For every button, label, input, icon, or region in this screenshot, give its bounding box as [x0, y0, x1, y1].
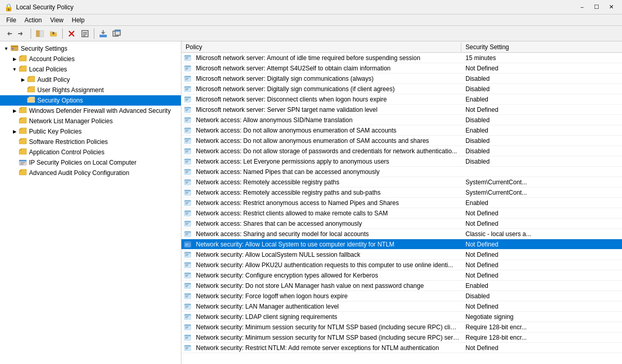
tree-item-network-list[interactable]: ▶ Network List Manager Policies — [0, 116, 181, 126]
forward-icon — [18, 30, 26, 38]
policy-icon — [181, 106, 194, 113]
table-body[interactable]: Microsoft network server: Amount of idle… — [181, 53, 622, 364]
close-button[interactable]: ✕ — [604, 2, 618, 12]
tree-item-app-control[interactable]: ▶ Application Control Policies — [0, 147, 181, 157]
policy-name: Network access: Remotely accessible regi… — [194, 188, 461, 197]
tree-panel[interactable]: ▼ Security Settings ▶ Account Policies ▼… — [0, 41, 181, 364]
expand-audit-policy[interactable]: ▶ — [19, 76, 27, 84]
table-row[interactable]: Microsoft network server: Amount of idle… — [181, 53, 622, 63]
back-button[interactable] — [2, 27, 15, 40]
table-row[interactable]: Network security: Allow LocalSystem NULL… — [181, 250, 622, 260]
policy-setting: Enabled — [461, 198, 622, 208]
table-row[interactable]: Network access: Let Everyone permissions… — [181, 156, 622, 167]
policy-icon — [181, 344, 194, 352]
svg-rect-95 — [186, 245, 188, 245]
svg-rect-47 — [186, 121, 188, 121]
column-header-setting[interactable]: Security Setting — [461, 42, 622, 52]
table-row[interactable]: Network access: Do not allow anonymous e… — [181, 125, 622, 136]
up-level-button[interactable] — [47, 27, 60, 40]
tree-item-security-settings[interactable]: ▼ Security Settings — [0, 43, 181, 54]
policy-setting: Not Defined — [461, 343, 622, 353]
tree-label-ip-security: IP Security Policies on Local Computer — [29, 159, 136, 166]
svg-rect-30 — [186, 78, 189, 79]
svg-rect-62 — [186, 161, 189, 162]
tree-item-windows-defender[interactable]: ▶ Windows Defender Firewall with Advance… — [0, 106, 181, 116]
expand-local-policies[interactable]: ▼ — [10, 65, 19, 74]
column-header-policy[interactable]: Policy — [181, 42, 461, 52]
table-row[interactable]: Network access: Do not allow anonymous e… — [181, 136, 622, 146]
tree-label-app-control: Application Control Policies — [29, 149, 104, 156]
new-window-button[interactable] — [110, 27, 123, 40]
svg-rect-94 — [186, 244, 189, 244]
table-row[interactable]: Network access: Named Pipes that can be … — [181, 167, 622, 177]
table-row[interactable]: Network security: Force logoff when logo… — [181, 291, 622, 301]
table-row[interactable]: Network access: Sharing and security mod… — [181, 229, 622, 239]
show-hide-button[interactable] — [34, 27, 46, 40]
tree-item-user-rights[interactable]: ▶ User Rights Assignment — [0, 85, 181, 95]
svg-rect-121 — [185, 314, 191, 315]
table-row[interactable]: Microsoft network server: Disconnect cli… — [181, 94, 622, 105]
tree-label-security-settings: Security Settings — [21, 45, 67, 52]
table-row[interactable]: Microsoft network server: Digitally sign… — [181, 74, 622, 84]
svg-rect-77 — [185, 200, 191, 201]
expand-windows-defender[interactable]: ▶ — [10, 107, 19, 115]
menu-view[interactable]: View — [46, 16, 68, 25]
minimize-button[interactable]: − — [575, 2, 589, 12]
table-row[interactable]: Microsoft network server: Attempt S4U2Se… — [181, 63, 622, 74]
policy-icon — [181, 293, 194, 300]
table-row[interactable]: Network security: Restrict NTLM: Add rem… — [181, 343, 622, 353]
table-row[interactable]: Network access: Restrict clients allowed… — [181, 208, 622, 219]
policy-setting: Not Defined — [461, 209, 622, 218]
table-row[interactable]: Network access: Do not allow storage of … — [181, 146, 622, 156]
table-row[interactable]: Microsoft network server: Digitally sign… — [181, 84, 622, 94]
table-row[interactable]: Network security: Allow PKU2U authentica… — [181, 260, 622, 270]
table-row[interactable]: Network access: Remotely accessible regi… — [181, 187, 622, 198]
svg-rect-81 — [185, 210, 191, 212]
maximize-button[interactable]: ☐ — [590, 2, 603, 12]
policy-name: Network security: Allow PKU2U authentica… — [194, 260, 461, 270]
svg-rect-115 — [186, 297, 188, 297]
table-row[interactable]: Network security: Minimum session securi… — [181, 332, 622, 343]
tree-item-security-options[interactable]: ▶ Security Options — [0, 95, 181, 106]
tree-label-public-key: Public Key Policies — [29, 128, 81, 135]
user-rights-icon — [27, 85, 35, 95]
title-icon: 🔒 — [4, 3, 13, 11]
tree-item-advanced-audit[interactable]: ▶ Advanced Audit Policy Configuration — [0, 168, 181, 178]
forward-button[interactable] — [16, 27, 28, 40]
tree-item-audit-policy[interactable]: ▶ Audit Policy — [0, 75, 181, 85]
table-row[interactable]: Network access: Restrict anonymous acces… — [181, 198, 622, 208]
svg-rect-98 — [186, 254, 189, 255]
svg-rect-131 — [186, 338, 188, 339]
properties-button[interactable] — [79, 27, 91, 40]
menu-action[interactable]: Action — [20, 16, 46, 25]
delete-button[interactable] — [65, 27, 78, 40]
table-row[interactable]: Network security: Minimum session securi… — [181, 322, 622, 332]
expand-public-key[interactable]: ▶ — [10, 127, 19, 136]
table-row[interactable]: Network security: LAN Manager authentica… — [181, 301, 622, 312]
policy-icon — [181, 137, 194, 144]
svg-rect-35 — [186, 90, 188, 90]
tree-item-ip-security[interactable]: ▶ IP Security Policies on Local Computer — [0, 157, 181, 168]
table-row[interactable]: Network access: Shares that can be acces… — [181, 219, 622, 229]
menu-help[interactable]: Help — [68, 16, 89, 25]
table-row[interactable]: Microsoft network server: Server SPN tar… — [181, 105, 622, 115]
table-row[interactable]: Network security: Configure encryption t… — [181, 270, 622, 281]
menu-file[interactable]: File — [2, 16, 20, 25]
table-row[interactable]: Network access: Remotely accessible regi… — [181, 177, 622, 187]
tree-item-public-key[interactable]: ▶ Public Key Policies — [0, 126, 181, 137]
table-row[interactable]: Network access: Allow anonymous SID/Name… — [181, 115, 622, 125]
table-row[interactable]: Network security: LDAP client signing re… — [181, 312, 622, 322]
svg-rect-101 — [185, 262, 191, 264]
tree-item-account-policies[interactable]: ▶ Account Policies — [0, 54, 181, 64]
table-row[interactable]: Network security: Do not store LAN Manag… — [181, 281, 622, 291]
table-row[interactable]: Network security: Allow Local System to … — [181, 239, 622, 250]
policy-name: Network security: Allow LocalSystem NULL… — [194, 250, 461, 259]
policy-setting: Enabled — [461, 95, 622, 104]
tree-item-software-restriction[interactable]: ▶ Software Restriction Policies — [0, 137, 181, 147]
svg-rect-99 — [186, 255, 188, 256]
export-button[interactable] — [97, 27, 109, 40]
expand-security-settings[interactable]: ▼ — [2, 45, 10, 53]
svg-rect-65 — [185, 169, 191, 170]
tree-item-local-policies[interactable]: ▼ Local Policies — [0, 64, 181, 75]
expand-account-policies[interactable]: ▶ — [10, 55, 19, 63]
